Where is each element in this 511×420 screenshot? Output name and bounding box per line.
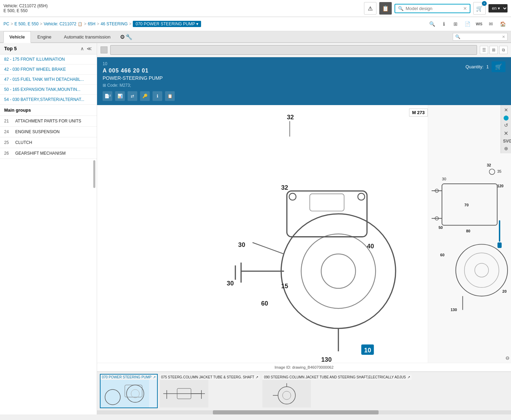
svg-point-8 (358, 193, 365, 200)
right-slider[interactable] (499, 220, 501, 248)
group-name-26: GEARSHIFT MECHANISM (15, 151, 66, 156)
mail-icon[interactable]: ✉ (486, 19, 496, 29)
part-action-copy-icon[interactable]: 📋 (165, 91, 175, 101)
svg-text:30: 30 (227, 280, 234, 287)
breadcrumb-sep-3: > (84, 22, 86, 26)
thumb-img-1 (160, 380, 208, 408)
header-right: ⚠ 📋 🔍 ✕ 🛒+ en ▾ (364, 2, 508, 15)
group-item-25[interactable]: 25 CLUTCH (0, 137, 97, 148)
bottom-scrollbar[interactable] (97, 410, 511, 414)
wis-icon[interactable]: WIS (474, 19, 484, 29)
rp-svg-btn[interactable]: SVG (503, 139, 509, 144)
part-action-arrows-icon[interactable]: ⇄ (128, 91, 137, 101)
breadcrumb-icons: 🔍 ℹ ⊞ 📄 WIS ✉ 🏠 (427, 19, 508, 29)
thumbnail-2[interactable]: 090 STEERING COLUMN JACKET TUBE AND STEE… (262, 374, 412, 408)
zoom-out-btn[interactable]: ⊖ (505, 355, 510, 361)
tab-search-clear[interactable]: ✕ (502, 35, 505, 39)
model-search-input[interactable] (406, 6, 461, 11)
svg-point-42 (105, 389, 120, 405)
svg-text:130: 130 (321, 356, 332, 363)
top5-header: Top 5 ∧ ≪ (0, 43, 97, 54)
info-icon[interactable]: ℹ (439, 19, 449, 29)
tab-search-box: 🔍 ✕ (453, 33, 508, 41)
thumbnail-0[interactable]: 070 POWER STEERING PUMP ↗ (100, 374, 158, 408)
top5-item-2[interactable]: 47 - 015 FUEL TANK WITH DETACHABL... (0, 75, 97, 85)
zoom-out-area: ⊖ (505, 355, 510, 361)
lang-selector[interactable]: en ▾ (488, 4, 508, 12)
breadcrumb-65h[interactable]: 65H (88, 22, 95, 26)
top5-item-0[interactable]: 82 - 175 FRONT ILLUMINATION (0, 54, 97, 65)
breadcrumb-model[interactable]: E 500, E 550 (15, 22, 38, 26)
top5-collapse-btn[interactable]: ∧ (80, 46, 85, 51)
group-num-24: 24 (4, 129, 12, 134)
svg-text:60: 60 (261, 300, 268, 307)
model-label: E 500, E 550 (3, 8, 47, 13)
doc-icon[interactable]: 📄 (462, 19, 472, 29)
part-code-text: Code: M273; (107, 83, 131, 88)
image-id-bar: Image ID: drawing_B46070000062 (97, 363, 511, 371)
breadcrumb-bar: PC > E 500, E 550 > Vehicle: C211072 📋 >… (0, 17, 511, 31)
search-icon: 🔍 (398, 6, 404, 11)
group-item-26[interactable]: 26 GEARSHIFT MECHANISM (0, 148, 97, 159)
cart-button[interactable]: 🛒+ (473, 2, 486, 15)
header: Vehicle: C211072 (65H) E 500, E 550 ⚠ 📋 … (0, 0, 511, 17)
parts-header: ☰ ⊞ ⧉ (97, 43, 511, 57)
rp-cross-btn[interactable]: ✕ (503, 130, 509, 137)
top5-item-4[interactable]: 54 - 030 BATTERY,STARTER/ALTERNAT... (0, 95, 97, 105)
thumb-ext-icon-2: ↗ (407, 375, 410, 379)
grid-view-icon[interactable]: ⊞ (490, 46, 498, 54)
clear-search-icon[interactable]: ✕ (463, 6, 467, 11)
rp-color-btn[interactable]: ⬤ (503, 115, 509, 120)
copy-button[interactable]: 📋 (379, 2, 392, 15)
home-icon[interactable]: 🏠 (498, 19, 508, 29)
thumb-ext-icon-1: ↗ (255, 375, 258, 379)
group-item-24[interactable]: 24 ENGINE SUSPENSION (0, 127, 97, 137)
rp-refresh-btn[interactable]: ↺ (503, 122, 509, 128)
svg-text:80: 80 (466, 229, 470, 233)
right-diagram-panel: 32 35 30 120 70 50 (428, 105, 511, 363)
part-action-doc-icon[interactable]: 📄² (103, 91, 112, 101)
thumb-img-2 (262, 380, 311, 408)
tab-search-icon: 🔍 (455, 34, 460, 39)
svg-point-37 (475, 263, 488, 277)
expand-view-icon[interactable]: ⧉ (499, 46, 508, 54)
add-to-cart-button[interactable]: 🛒 (492, 61, 505, 72)
breadcrumb-copy-icon[interactable]: 📋 (78, 22, 83, 26)
tab-transmission[interactable]: Automatic transmission (58, 31, 116, 42)
breadcrumb-vehicle[interactable]: Vehicle: C211072 (44, 22, 76, 26)
top5-close-btn[interactable]: ≪ (86, 46, 93, 51)
breadcrumb-sep-4: > (97, 22, 99, 26)
tab-engine[interactable]: Engine (32, 31, 57, 42)
filter-icon[interactable]: ⊞ (451, 19, 460, 29)
part-code: ⊞ Code: M273; (103, 83, 505, 88)
parts-checkbox[interactable] (101, 46, 107, 53)
scrollbar-thumb[interactable] (213, 410, 379, 414)
parts-search-bar[interactable] (110, 45, 477, 55)
tab-vehicle[interactable]: Vehicle (3, 31, 31, 43)
part-qty: Quantity: 1 🛒 (466, 61, 505, 72)
alert-button[interactable]: ⚠ (364, 2, 376, 15)
svg-text:60: 60 (440, 253, 444, 257)
breadcrumb-pump[interactable]: 070 POWER STEERING PUMP ▾ (133, 21, 201, 27)
part-action-chart-icon[interactable]: 📊 (115, 91, 125, 101)
breadcrumb-sep-1: > (11, 22, 13, 26)
section-header-main-groups: Main groups (0, 105, 97, 116)
svg-text:35: 35 (497, 169, 501, 173)
group-item-21[interactable]: 21 ATTACHMENT PARTS FOR UNITS (0, 116, 97, 127)
top5-item-1[interactable]: 42 - 030 FRONT WHEEL BRAKE (0, 65, 97, 75)
svg-point-51 (278, 387, 295, 404)
part-action-info-icon[interactable]: ℹ (153, 91, 162, 101)
rp-close-btn[interactable]: ✕ (503, 107, 509, 113)
part-action-key-icon[interactable]: 🔑 (140, 91, 150, 101)
breadcrumb-steering[interactable]: 46 STEERING (101, 22, 128, 26)
list-view-icon[interactable]: ☰ (480, 46, 488, 54)
tab-wrench-icon: 🔧 (125, 34, 132, 40)
rp-zoom-in-btn[interactable]: ⊕ (503, 146, 509, 151)
breadcrumb-pc[interactable]: PC (3, 22, 9, 26)
tab-search-input[interactable] (460, 34, 502, 39)
breadcrumb-sep-5: > (129, 22, 131, 26)
zoom-icon[interactable]: 🔍 (427, 19, 437, 29)
model-search-box: 🔍 ✕ (395, 4, 470, 13)
top5-item-3[interactable]: 50 - 165 EXPANSION TANK,MOUNTIN... (0, 85, 97, 95)
thumbnail-1[interactable]: 075 STEERG.COLUMN JACKET TUBE & STEERG. … (159, 374, 261, 408)
